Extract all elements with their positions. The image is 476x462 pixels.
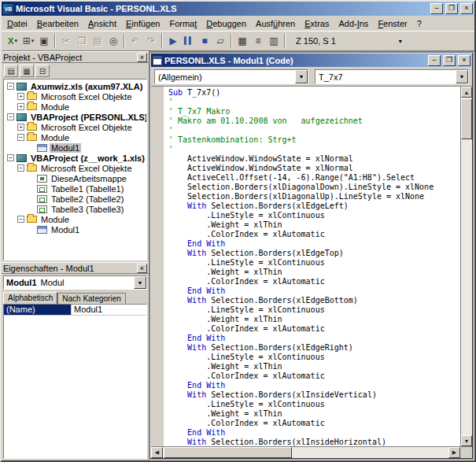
- tree-item[interactable]: −Module: [4, 132, 146, 142]
- code-lines[interactable]: Sub T_7x7()'' T_7x7 Makro' Makro am 01.1…: [164, 87, 460, 446]
- code-line[interactable]: End With: [168, 286, 460, 296]
- code-line[interactable]: ': [168, 145, 460, 154]
- code-line[interactable]: .Weight = xlThin: [168, 220, 460, 230]
- code-line[interactable]: .ColorIndex = xlAutomatic: [168, 419, 460, 428]
- minimize-icon[interactable]: –: [430, 3, 443, 14]
- code-line[interactable]: End With: [168, 428, 460, 438]
- horizontal-scrollbar[interactable]: ◀ ▶: [151, 446, 472, 458]
- object-browser-icon[interactable]: ▥: [266, 33, 282, 49]
- code-line[interactable]: .ColorIndex = xlAutomatic: [168, 371, 460, 381]
- paste-icon[interactable]: ▤: [90, 33, 105, 49]
- find-icon[interactable]: ◎: [105, 33, 121, 49]
- code-line[interactable]: .Weight = xlThin: [168, 315, 460, 324]
- close-icon[interactable]: ×: [458, 55, 470, 66]
- collapse-icon[interactable]: −: [17, 164, 24, 172]
- redo-icon[interactable]: ↷: [143, 33, 159, 49]
- code-line[interactable]: End With: [168, 381, 460, 390]
- tab-alphabetisch[interactable]: Alphabetisch: [3, 292, 57, 304]
- tree-item[interactable]: −VBAProject (PERSONL.XLS): [4, 112, 146, 122]
- scroll-right-icon[interactable]: ▶: [448, 447, 460, 458]
- code-line[interactable]: Sub T_7x7(): [168, 88, 460, 98]
- tree-item[interactable]: −Microsoft Excel Objekte: [4, 163, 146, 173]
- scroll-up-icon[interactable]: ▲: [461, 87, 472, 98]
- minimize-icon[interactable]: –: [428, 55, 441, 66]
- tree-item[interactable]: +Microsoft Excel Objekte: [4, 122, 146, 132]
- code-line[interactable]: ' T_7x7 Makro: [168, 107, 460, 116]
- code-line[interactable]: ' Tastenkombination: Strg+t: [168, 135, 460, 145]
- tree-item[interactable]: Modul1: [4, 142, 146, 153]
- close-icon[interactable]: ×: [137, 53, 147, 62]
- collapse-icon[interactable]: −: [7, 113, 14, 120]
- tree-item[interactable]: Tabelle1 (Tabelle1): [4, 183, 146, 194]
- horizontal-scroll-thumb[interactable]: [164, 447, 292, 458]
- project-tree[interactable]: −Axumwiz.xls (axum97.XLA)+Microsoft Exce…: [3, 79, 147, 261]
- code-line[interactable]: With Selection.Borders(xlInsideVertical): [168, 390, 460, 400]
- code-line[interactable]: .LineStyle = xlContinuous: [168, 305, 460, 315]
- code-line[interactable]: .LineStyle = xlContinuous: [168, 258, 460, 268]
- tree-item[interactable]: −VBAProject (z__work_1.xls): [4, 153, 146, 163]
- chevron-down-icon[interactable]: ▾: [31, 38, 35, 44]
- toggle-folders-icon[interactable]: ⊟: [35, 65, 50, 77]
- code-line[interactable]: ': [168, 98, 460, 107]
- code-line[interactable]: .Weight = xlThin: [168, 409, 460, 419]
- properties-object-dropdown[interactable]: Modul1 Modul ▼: [3, 275, 147, 290]
- property-name-cell[interactable]: (Name): [4, 305, 72, 315]
- close-icon[interactable]: ×: [137, 264, 147, 273]
- insert-userform-icon[interactable]: ⊞▾: [20, 33, 36, 49]
- break-icon[interactable]: ▍▍: [181, 33, 197, 49]
- object-dropdown[interactable]: (Allgemein) ▼: [154, 69, 308, 84]
- code-line[interactable]: End With: [168, 239, 460, 249]
- code-line[interactable]: .ColorIndex = xlAutomatic: [168, 230, 460, 239]
- code-line[interactable]: .LineStyle = xlContinuous: [168, 211, 460, 220]
- scroll-left-icon[interactable]: ◀: [151, 447, 163, 458]
- project-explorer-icon[interactable]: ▦: [234, 33, 250, 49]
- view-excel-icon[interactable]: X▾: [5, 33, 20, 49]
- code-line[interactable]: .Weight = xlThin: [168, 362, 460, 371]
- menu-ansicht[interactable]: Ansicht: [83, 17, 121, 30]
- tree-item[interactable]: +Module: [4, 102, 146, 112]
- chevron-down-icon[interactable]: ▾: [14, 38, 17, 44]
- menu-fenster[interactable]: Fenster: [373, 17, 411, 30]
- menu-extras[interactable]: Extras: [300, 17, 334, 30]
- code-line[interactable]: Selection.Borders(xlDiagonalUp).LineStyl…: [168, 192, 460, 201]
- code-line[interactable]: .Weight = xlThin: [168, 268, 460, 277]
- toolbar-options-icon[interactable]: ▾: [393, 34, 408, 48]
- chevron-down-icon[interactable]: ▼: [134, 276, 146, 289]
- menu-debuggen[interactable]: Debuggen: [201, 17, 251, 30]
- tab-nach-kategorien[interactable]: Nach Kategorien: [57, 293, 126, 304]
- tree-item[interactable]: DieseArbeitsmappe: [4, 173, 146, 183]
- horizontal-scroll-track[interactable]: [163, 447, 448, 458]
- menu-datei[interactable]: Datei: [2, 17, 32, 30]
- close-icon[interactable]: ×: [460, 3, 473, 14]
- menu-format[interactable]: Format: [164, 17, 201, 30]
- view-object-icon[interactable]: ▦: [20, 65, 34, 77]
- procedure-dropdown[interactable]: T_7x7 ▼: [315, 69, 469, 84]
- code-line[interactable]: ': [168, 126, 460, 135]
- collapse-icon[interactable]: −: [7, 83, 14, 90]
- code-margin-band[interactable]: [151, 87, 164, 446]
- undo-icon[interactable]: ↶: [127, 33, 143, 49]
- code-line[interactable]: .LineStyle = xlContinuous: [168, 353, 460, 362]
- menu-einf-gen[interactable]: Einfügen: [121, 17, 164, 30]
- restore-icon[interactable]: ❐: [443, 55, 456, 66]
- code-line[interactable]: .LineStyle = xlContinuous: [168, 400, 460, 409]
- code-line[interactable]: ActiveWindow.WindowState = xlNormal: [168, 154, 460, 164]
- vertical-scroll-thumb[interactable]: [461, 98, 472, 139]
- maximize-icon[interactable]: ❐: [445, 3, 458, 14]
- vertical-scroll-track[interactable]: [461, 140, 472, 435]
- view-code-icon[interactable]: ▤: [4, 65, 18, 77]
- vertical-scrollbar[interactable]: ▲ ▼: [460, 87, 472, 446]
- collapse-icon[interactable]: −: [7, 154, 14, 161]
- tree-item[interactable]: Modul1: [4, 224, 146, 235]
- property-value-cell[interactable]: Modul1: [72, 305, 146, 315]
- tree-item[interactable]: −Axumwiz.xls (axum97.XLA): [4, 81, 146, 91]
- scroll-down-icon[interactable]: ▼: [461, 435, 472, 446]
- code-line[interactable]: With Selection.Borders(xlEdgeRight): [168, 343, 460, 353]
- chevron-down-icon[interactable]: ▼: [295, 70, 308, 83]
- run-icon[interactable]: ▶: [165, 33, 181, 49]
- code-line[interactable]: With Selection.Borders(xlEdgeBottom): [168, 296, 460, 305]
- code-line[interactable]: ' Makro am 01.10.2008 von aufgezeichnet: [168, 116, 460, 126]
- menu-bearbeiten[interactable]: Bearbeiten: [32, 17, 83, 30]
- expand-icon[interactable]: +: [17, 103, 24, 110]
- code-line[interactable]: Selection.Borders(xlDiagonalDown).LineSt…: [168, 183, 460, 192]
